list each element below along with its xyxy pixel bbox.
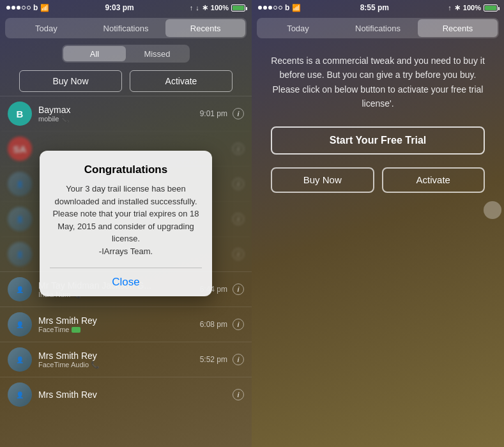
right-status-bar: b 📶 8:55 pm ↑ ∗ 100%	[252, 0, 504, 15]
battery-label-right: 100%	[463, 4, 481, 11]
bluetooth-icon-right: ∗	[454, 3, 461, 12]
left-panel: b 📶 9:03 pm ↑ ↓ ∗ 100% Today Notificatio…	[0, 0, 252, 447]
right-tab-bar: Today Notifications Recents	[257, 18, 499, 38]
right-dot-2	[263, 6, 267, 10]
tab-notifications-right[interactable]: Notifications	[338, 19, 418, 37]
tab-today-right[interactable]: Today	[258, 19, 338, 37]
right-content: Recents is a commercial tweak and you ne…	[252, 41, 504, 206]
right-status-right: ↑ ∗ 100%	[448, 3, 498, 12]
buy-now-button-right[interactable]: Buy Now	[271, 167, 374, 193]
battery-fill-right	[485, 6, 496, 10]
dialog-overlay: Congratulations Your 3 day trail license…	[0, 0, 252, 447]
tab-recents-right[interactable]: Recents	[418, 19, 498, 37]
right-status-left: b 📶	[258, 3, 301, 12]
dialog-close-button[interactable]: Close	[50, 268, 202, 296]
right-panel: b 📶 8:55 pm ↑ ∗ 100% Today Notifications…	[252, 0, 504, 447]
right-signal-dots	[258, 6, 282, 10]
activate-button-right[interactable]: Activate	[382, 167, 485, 193]
right-dot-4	[273, 6, 277, 10]
battery-icon-right	[484, 4, 498, 11]
scroll-thumb[interactable]	[484, 201, 501, 219]
start-free-trial-button[interactable]: Start Your Free Trial	[271, 126, 485, 155]
dialog-title: Congratulations	[50, 163, 202, 176]
arrow-up-icon-right: ↑	[448, 4, 452, 11]
wifi-icon-right: 📶	[292, 4, 301, 12]
right-time: 8:55 pm	[360, 3, 389, 12]
right-dot-1	[258, 6, 262, 10]
brand-icon-right: b	[285, 3, 289, 12]
dialog-body: Your 3 day trail license has been downlo…	[50, 183, 202, 257]
trial-description: Recents is a commercial tweak and you ne…	[271, 54, 485, 111]
right-action-row: Buy Now Activate	[271, 167, 485, 193]
right-dot-5	[279, 6, 282, 10]
dialog-box: Congratulations Your 3 day trail license…	[40, 151, 212, 296]
right-dot-3	[268, 6, 272, 10]
